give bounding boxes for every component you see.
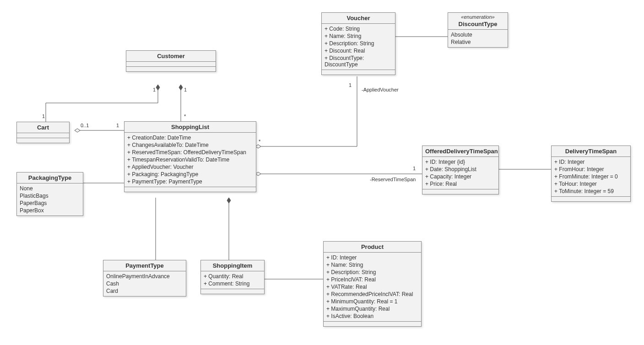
class-ops — [124, 187, 256, 192]
class-attrs: + Code: String + Name: String + Descript… — [322, 24, 395, 70]
class-ops — [552, 197, 630, 201]
enum-value: PaperBox — [20, 207, 80, 214]
class-voucher: Voucher + Code: String + Name: String + … — [321, 12, 395, 75]
attr: + Description: String — [325, 40, 392, 47]
attr: + ID: Integer {id} — [425, 158, 496, 166]
enum-value: Relative — [451, 38, 505, 46]
role-reserved-timespan: -ReservedTimeSpan — [370, 177, 416, 182]
role-applied-voucher: -AppliedVoucher — [362, 87, 399, 92]
class-offereddeliverytimespan: OfferedDeliveryTimeSpan + ID: Integer {i… — [422, 146, 499, 194]
enum-value: Absolute — [451, 31, 505, 38]
enum-value: PlasticBags — [20, 192, 80, 199]
class-title: Product — [324, 242, 421, 253]
enum-value: OnlinePaymentInAdvance — [106, 273, 183, 280]
class-values: None PlasticBags PaperBags PaperBox — [17, 183, 83, 216]
attr: + ReservedTimeSpan: OfferedDeliveryTimeS… — [127, 149, 253, 156]
class-shoppingitem: ShoppingItem + Quantity: Real + Comment:… — [200, 260, 265, 294]
mult-customer-cart-cart: 1 — [42, 113, 45, 119]
class-ops — [126, 67, 216, 71]
class-attrs: + ID: Integer {id} + Date: ShoppingList … — [422, 157, 498, 189]
enum-value: None — [20, 185, 80, 192]
attr: + FromMinute: Integer = 0 — [554, 173, 628, 180]
class-title: PackagingType — [17, 172, 83, 183]
attr: + Code: String — [325, 25, 392, 32]
mult-sl-voucher-v: 1 — [349, 82, 352, 88]
attr: + DiscountType: DiscountType — [325, 54, 392, 68]
class-cart: Cart — [16, 122, 70, 143]
attr: + MinimumQuantity: Real = 1 — [326, 298, 418, 305]
class-title: Customer — [126, 51, 216, 62]
attr: + ChangesAvailableTo: DateTime — [127, 141, 253, 149]
attr: + IsActive: Boolean — [326, 313, 418, 320]
class-title: ShoppingList — [124, 122, 256, 133]
attr: + Description: String — [326, 269, 418, 276]
attr: + VATRate: Real — [326, 283, 418, 291]
class-ops — [422, 189, 498, 194]
class-title: Voucher — [322, 13, 395, 24]
enum-value: Card — [106, 287, 183, 295]
class-attrs — [17, 133, 69, 138]
attr: + CreationDate: DateTime — [127, 134, 253, 141]
class-shoppinglist: ShoppingList + CreationDate: DateTime + … — [124, 121, 256, 192]
attr: + AppliedVoucher: Voucher — [127, 163, 253, 171]
attr: + MaximumQuantity: Real — [326, 305, 418, 313]
class-packagingtype: PackagingType None PlasticBags PaperBags… — [16, 172, 83, 216]
class-title: OfferedDeliveryTimeSpan — [422, 146, 498, 157]
class-values: OnlinePaymentInAdvance Cash Card — [103, 271, 186, 296]
enum-value: PaperBags — [20, 199, 80, 207]
mult-customer-sl-cust: 1 — [184, 87, 187, 92]
class-paymenttype: PaymentType OnlinePaymentInAdvance Cash … — [103, 260, 186, 296]
attr: + ToHour: Integer — [554, 180, 628, 188]
class-attrs: + ID: Integer + Name: String + Descripti… — [324, 253, 421, 322]
class-attrs — [126, 62, 216, 67]
attr: + ToMinute: Integer = 59 — [554, 188, 628, 195]
attr: + Name: String — [326, 261, 418, 269]
class-attrs: + CreationDate: DateTime + ChangesAvaila… — [124, 133, 256, 187]
class-customer: Customer — [126, 50, 216, 72]
class-title: PaymentType — [103, 260, 186, 271]
class-ops — [322, 70, 395, 75]
attr: + ID: Integer — [326, 254, 418, 261]
attr: + Date: ShoppingList — [425, 166, 496, 173]
class-attrs: + Quantity: Real + Comment: String — [201, 271, 264, 289]
attr: + PaymentType: PaymentType — [127, 178, 253, 185]
class-ops — [17, 138, 69, 143]
class-deliverytimespan: DeliveryTimeSpan + ID: Integer + FromHou… — [551, 146, 631, 202]
mult-customer-cart-cust: 1 — [153, 87, 156, 92]
class-product: Product + ID: Integer + Name: String + D… — [323, 241, 422, 327]
class-discounttype: «enumeration» DiscountType Absolute Rela… — [448, 12, 508, 48]
attr: + Price: Real — [425, 180, 496, 188]
class-title: DeliveryTimeSpan — [552, 146, 630, 157]
attr: + Comment: String — [204, 280, 261, 287]
attr: + Name: String — [325, 32, 392, 40]
class-title: DiscountType — [448, 19, 508, 30]
class-ops — [324, 322, 421, 326]
class-values: Absolute Relative — [448, 30, 508, 47]
mult-sl-voucher-sl: * — [259, 139, 260, 144]
mult-cart-sl-sl: 1 — [116, 123, 119, 128]
attr: + Discount: Real — [325, 47, 392, 54]
mult-cart-sl-cart: 0..1 — [81, 123, 89, 128]
attr: + TimespanReservationValidTo: DateTime — [127, 156, 253, 163]
attr: + Packaging: PackagingType — [127, 171, 253, 178]
attr: + Quantity: Real — [204, 273, 261, 280]
enum-value: Cash — [106, 280, 183, 287]
attr: + PriceInclVAT: Real — [326, 276, 418, 283]
class-title: ShoppingItem — [201, 260, 264, 271]
mult-sl-offered-1: 1 — [413, 166, 416, 171]
attr: + FromHour: Integer — [554, 166, 628, 173]
attr: + RecommendedPriceInclVAT: Real — [326, 291, 418, 298]
attr: + ID: Integer — [554, 158, 628, 166]
mult-customer-sl-sl: * — [184, 113, 186, 119]
class-title: Cart — [17, 122, 69, 133]
class-ops — [201, 289, 264, 294]
attr: + Capacity: Integer — [425, 173, 496, 180]
class-attrs: + ID: Integer + FromHour: Integer + From… — [552, 157, 630, 197]
